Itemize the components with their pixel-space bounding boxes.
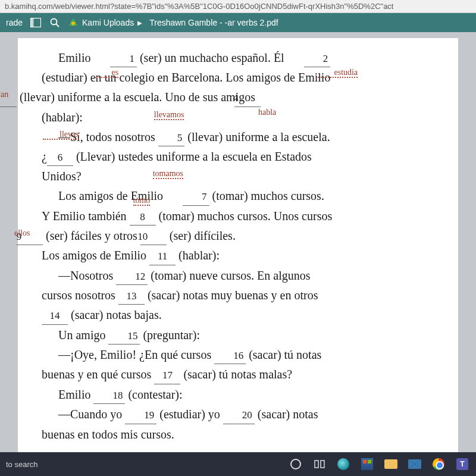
text: —Cuando yo xyxy=(58,408,125,421)
text: (llevar) uniforme a la escuela. xyxy=(184,130,330,143)
blank-11[interactable]: 11 xyxy=(149,249,176,265)
blank-12[interactable]: 12 xyxy=(116,269,148,285)
blank-15[interactable]: 15 xyxy=(108,328,140,345)
text: (llevar) uniforme a la escuela. Uno de s… xyxy=(17,90,258,104)
blank-13[interactable]: 13 xyxy=(118,289,145,305)
text: buenas en todos mis cursos. xyxy=(42,428,174,441)
annotation-estudia[interactable]: estudia xyxy=(318,68,358,78)
text: cursos nosotros xyxy=(42,289,118,302)
text: (ser) fáciles y otros xyxy=(43,229,140,242)
text: (tomar) muchos cursos. Unos cursos xyxy=(156,209,333,223)
mail-icon[interactable] xyxy=(407,456,422,472)
text: (hablar): xyxy=(42,111,83,124)
store-icon[interactable] xyxy=(359,456,375,472)
text: ¿ xyxy=(42,150,47,163)
annotation-es[interactable]: es xyxy=(95,68,118,78)
svg-rect-1 xyxy=(31,18,34,27)
blank-10[interactable]: 10 xyxy=(140,229,167,245)
blank-19[interactable]: 19 xyxy=(125,408,156,424)
text: —¡Oye, Emilio! ¿En qué cursos xyxy=(58,348,214,361)
blank-18[interactable]: 18 xyxy=(93,388,125,404)
text: (sacar) notas muy buenas y en otros xyxy=(145,289,318,302)
blank-5[interactable]: 5 xyxy=(158,130,185,146)
text: (sacar) notas xyxy=(255,408,318,421)
blank-6[interactable]: 6 xyxy=(47,150,73,166)
text: Y Emilio también xyxy=(42,209,130,223)
blank-14[interactable]: 14 xyxy=(42,308,68,324)
text: Los amigos de Emilio xyxy=(42,249,149,262)
text: (preguntar): xyxy=(140,328,200,342)
text: (estudiar) yo xyxy=(156,408,223,421)
folder-label: Kami Uploads xyxy=(82,18,134,27)
file-name: Treshawn Gamble - -ar verbs 2.pdf xyxy=(149,18,278,27)
text: (sacar) notas bajas. xyxy=(68,308,162,321)
drive-icon xyxy=(68,18,79,27)
blank-17[interactable]: 17 xyxy=(154,368,180,384)
svg-rect-7 xyxy=(315,461,318,468)
chrome-icon[interactable] xyxy=(431,456,446,472)
blank-20[interactable]: 20 xyxy=(223,408,255,424)
breadcrumb-folder[interactable]: Kami Uploads ▶ xyxy=(68,18,142,27)
blank-8[interactable]: 8 xyxy=(130,209,156,226)
teams-icon[interactable]: T xyxy=(455,456,470,472)
blank-16[interactable]: 16 xyxy=(214,348,246,364)
svg-rect-8 xyxy=(321,461,324,468)
edge-icon[interactable] xyxy=(336,456,351,472)
text: (Llevar) ustedes uniforme a la escuela e… xyxy=(73,150,312,163)
annotation-tomo[interactable]: tomo xyxy=(133,196,151,206)
task-view-icon[interactable] xyxy=(312,456,327,472)
taskbar-search[interactable]: to search xyxy=(6,460,37,469)
windows-taskbar: to search T xyxy=(0,452,476,476)
annotation-llevas[interactable]: llevas xyxy=(43,130,79,140)
cortana-icon[interactable] xyxy=(288,456,303,472)
text: (estudiar) en un colegio en Barcelona. L… xyxy=(42,71,330,84)
search-icon[interactable] xyxy=(49,17,61,29)
document-page: Emilio es1 (ser) un muchacho español. Él… xyxy=(18,38,458,462)
blank-4[interactable]: 4 xyxy=(234,90,261,107)
blank-2[interactable]: 2 xyxy=(304,51,331,67)
text: (sacar) tú notas xyxy=(246,348,321,361)
kami-toolbar: rade Kami Uploads ▶ Treshawn Gamble - -a… xyxy=(0,13,476,32)
blank-7[interactable]: 7 xyxy=(183,189,209,205)
document-viewport[interactable]: Emilio es1 (ser) un muchacho español. Él… xyxy=(0,32,476,462)
text: Unidos? xyxy=(42,170,82,183)
annotation-tomamos[interactable]: tomamos xyxy=(153,170,183,179)
text: (tomar) nueve cursos. En algunos xyxy=(148,269,310,282)
text: (ser) difíciles. xyxy=(167,229,236,242)
chevron-right-icon: ▶ xyxy=(137,20,142,26)
explorer-icon[interactable] xyxy=(383,456,399,472)
text: —Nosotros xyxy=(58,269,116,282)
text: Emilio xyxy=(58,388,93,401)
text: (tomar) muchos cursos. xyxy=(209,189,324,202)
text: (hablar): xyxy=(176,249,220,262)
annotation-llevamos[interactable]: llevamos xyxy=(154,111,184,120)
text: Un amigo xyxy=(58,328,108,342)
text: (contestar): xyxy=(125,388,182,401)
text: (sacar) tú notas malas? xyxy=(180,368,292,381)
svg-point-2 xyxy=(51,19,57,25)
svg-line-3 xyxy=(57,24,60,27)
text: buenas y en qué cursos xyxy=(42,368,154,381)
grade-button-fragment[interactable]: rade xyxy=(6,18,23,27)
blank-1[interactable]: 1 xyxy=(110,51,137,67)
url-bar[interactable]: b.kamihq.com/web/viewer.html?state=%7B"i… xyxy=(0,0,476,13)
sidebar-toggle-icon[interactable] xyxy=(30,17,42,29)
text: Emilio xyxy=(58,51,93,64)
text: (ser) un muchacho español. Él xyxy=(137,51,287,64)
